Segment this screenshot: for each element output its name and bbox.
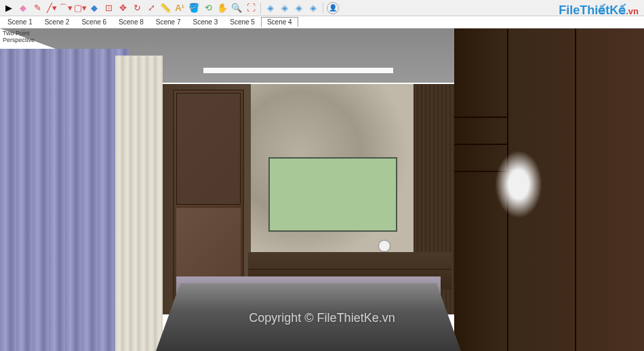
bedroom-scene	[0, 28, 644, 351]
hanging-garment	[495, 150, 542, 218]
toolbar-separator	[260, 3, 261, 14]
pushpull-tool-icon[interactable]: ◆	[88, 2, 100, 14]
text-tool-icon[interactable]: A¹	[174, 2, 186, 14]
projection-line2: Perspective	[3, 37, 35, 43]
pan-tool-icon[interactable]: ✋	[216, 2, 228, 14]
curtain-purple	[0, 49, 129, 351]
scene-tab-8[interactable]: Scene 8	[113, 17, 150, 27]
pencil-tool-icon[interactable]: ✎	[31, 2, 43, 14]
tape-tool-icon[interactable]: 📏	[159, 2, 172, 14]
arc-tool-icon[interactable]: ⌒▾	[60, 2, 72, 14]
move-tool-icon[interactable]: ✥	[117, 2, 129, 14]
toolbar-separator	[323, 3, 323, 14]
line-tool-icon[interactable]: ╱▾	[45, 2, 58, 14]
tv-stand-drawer-line	[248, 269, 451, 270]
scene-tab-4[interactable]: Scene 4	[261, 17, 298, 27]
shelf-2	[454, 144, 508, 145]
wardrobe-edge-2	[575, 28, 576, 351]
projection-label: Two Point Perspective	[3, 30, 35, 43]
scale-tool-icon[interactable]: ⤢	[145, 2, 157, 14]
cabinet-glass	[176, 93, 241, 205]
desk-clock	[378, 240, 390, 252]
ceiling-light	[203, 68, 393, 73]
scene-tab-1[interactable]: Scene 1	[1, 17, 39, 27]
copyright-watermark: Copyright © FileThietKe.vn	[249, 311, 395, 325]
paint-tool-icon[interactable]: 🪣	[188, 2, 200, 14]
logo-part2: ThiếtKế	[580, 3, 626, 17]
offset-tool-icon[interactable]: ⊡	[102, 2, 115, 14]
layers2-icon[interactable]: ◈	[279, 2, 291, 14]
layers3-icon[interactable]: ◈	[293, 2, 305, 14]
scene-tab-2[interactable]: Scene 2	[39, 17, 76, 27]
zoom-tool-icon[interactable]: 🔍	[230, 2, 243, 14]
projection-line1: Two Point	[3, 30, 35, 37]
tv-screen	[268, 157, 397, 232]
3d-viewport[interactable]	[0, 28, 644, 351]
layers4-icon[interactable]: ◈	[307, 2, 319, 14]
scene-tabs-bar: Scene 1 Scene 2 Scene 6 Scene 8 Scene 7 …	[0, 16, 644, 28]
shelf-1	[454, 117, 508, 118]
scene-tab-5[interactable]: Scene 5	[224, 17, 261, 27]
select-tool-icon[interactable]: ▶	[3, 2, 15, 14]
logo-part3: .vn	[626, 6, 639, 16]
scene-tab-6[interactable]: Scene 6	[75, 17, 113, 27]
zoom-extents-tool-icon[interactable]: ⛶	[245, 2, 257, 14]
user-icon[interactable]: 👤	[327, 2, 339, 14]
logo-part1: File	[559, 3, 580, 17]
scene-tab-7[interactable]: Scene 7	[150, 17, 187, 27]
orbit-tool-icon[interactable]: ⟲	[202, 2, 214, 14]
site-logo: FileThiếtKế.vn	[559, 3, 639, 18]
rotate-tool-icon[interactable]: ↻	[131, 2, 143, 14]
curtain-sheer	[115, 56, 163, 351]
shape-tool-icon[interactable]: ▢▾	[74, 2, 86, 14]
layers1-icon[interactable]: ◈	[264, 2, 277, 14]
main-toolbar: ▶ ◆ ✎ ╱▾ ⌒▾ ▢▾ ◆ ⊡ ✥ ↻ ⤢ 📏 A¹ 🪣 ⟲ ✋ 🔍 ⛶ …	[0, 0, 644, 16]
wardrobe	[454, 28, 644, 351]
scene-tab-3[interactable]: Scene 3	[187, 17, 224, 27]
eraser-tool-icon[interactable]: ◆	[17, 2, 29, 14]
